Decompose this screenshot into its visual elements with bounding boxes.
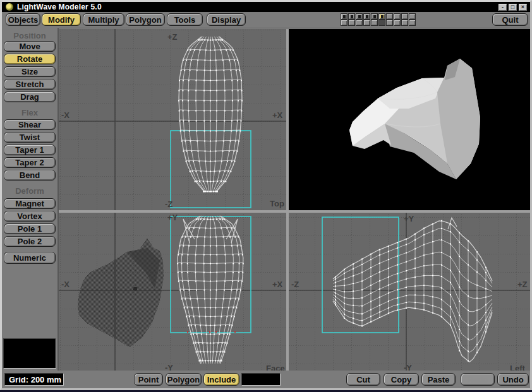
- viewport-name-label: Top: [270, 199, 284, 208]
- menu-objects[interactable]: Objects: [6, 13, 40, 26]
- axis-label-right: +X: [272, 110, 283, 120]
- grid-lines: [59, 29, 286, 210]
- surface-color-swatch[interactable]: [241, 373, 281, 386]
- layer-button-1-lower[interactable]: [341, 20, 348, 26]
- section-label-deform: Deform: [2, 186, 57, 196]
- tool-magnet[interactable]: Magnet: [4, 198, 56, 209]
- mode-include[interactable]: Include: [203, 373, 239, 386]
- layer-button-10-lower[interactable]: [409, 20, 416, 26]
- layer-button-9-lower[interactable]: [401, 20, 408, 26]
- layer-button-3-lower[interactable]: [356, 20, 363, 26]
- cut-button[interactable]: Cut: [346, 373, 380, 386]
- top-viewport-canvas: +Z -X +X -Z Top: [59, 29, 286, 210]
- tool-pole1[interactable]: Pole 1: [4, 223, 56, 234]
- mode-polygon[interactable]: Polygon: [166, 373, 202, 386]
- layer-button-1[interactable]: [341, 13, 348, 20]
- tool-stretch[interactable]: Stretch: [4, 79, 56, 90]
- layer-button-7-lower[interactable]: [386, 20, 393, 26]
- tool-preview-box: [3, 338, 56, 369]
- axis-label-bottom: -Z: [165, 199, 172, 209]
- axis-label-right: +Z: [517, 280, 528, 289]
- layer-selector[interactable]: [341, 13, 416, 27]
- title-bar: LightWave Modeler 5.0 - □ ×: [2, 2, 530, 12]
- tool-taper2[interactable]: Taper 2: [4, 157, 56, 168]
- mode-point[interactable]: Point: [134, 373, 163, 386]
- tool-shear[interactable]: Shear: [4, 119, 56, 130]
- app-icon: [6, 3, 13, 11]
- quit-button[interactable]: Quit: [492, 13, 528, 26]
- viewport-left[interactable]: +Y -Z +Z -Y Left: [289, 213, 530, 374]
- layer-button-5[interactable]: [371, 13, 378, 20]
- layer-button-3[interactable]: [356, 13, 363, 20]
- menu-display[interactable]: Display: [207, 13, 246, 26]
- undo-button[interactable]: Undo: [497, 373, 529, 386]
- axis-label-right: +X: [272, 280, 283, 289]
- layer-button-6-lower[interactable]: [378, 20, 385, 26]
- preview-canvas: [289, 29, 530, 210]
- tool-move[interactable]: Move: [4, 41, 56, 52]
- numeric-button[interactable]: Numeric: [4, 252, 56, 264]
- tool-size[interactable]: Size: [4, 66, 56, 77]
- menu-tools[interactable]: Tools: [167, 13, 203, 26]
- copy-button[interactable]: Copy: [384, 373, 419, 386]
- viewport-preview[interactable]: [289, 29, 530, 210]
- grid-lines: [289, 213, 530, 374]
- tool-drag[interactable]: Drag: [4, 92, 56, 102]
- close-button[interactable]: ×: [518, 3, 528, 11]
- axis-label-left: -X: [61, 110, 70, 120]
- layer-button-4[interactable]: [363, 13, 370, 20]
- layer-button-2[interactable]: [348, 13, 355, 20]
- axis-label-top: +Y: [167, 213, 178, 222]
- section-label-position: Position: [2, 31, 57, 40]
- left-viewport-canvas: +Y -Z +Z -Y Left: [289, 213, 530, 374]
- menu-multiply[interactable]: Multiply: [83, 13, 124, 26]
- section-label-flex: Flex: [2, 108, 57, 117]
- face-viewport-canvas: +Y -X +X -Y Face: [59, 213, 286, 374]
- layer-button-6[interactable]: [378, 13, 385, 20]
- menu-modify[interactable]: Modify: [42, 13, 81, 26]
- tool-twist[interactable]: Twist: [4, 132, 56, 143]
- layer-button-10[interactable]: [409, 13, 416, 20]
- status-bar: Grid: 200 mm Point Polygon Include Cut C…: [2, 371, 530, 388]
- menu-bar: Objects Modify Multiply Polygon Tools Di…: [2, 12, 530, 28]
- tool-taper1[interactable]: Taper 1: [4, 145, 56, 155]
- redo-button[interactable]: Redo: [461, 373, 495, 386]
- tool-sidebar: Position Move Rotate Size Stretch Drag F…: [2, 28, 59, 371]
- maximize-button[interactable]: □: [508, 3, 517, 11]
- layer-button-8-lower[interactable]: [394, 20, 401, 26]
- window-title: LightWave Modeler 5.0: [17, 3, 102, 11]
- tool-vortex[interactable]: Vortex: [4, 211, 56, 222]
- viewport-top[interactable]: +Z -X +X -Z Top: [59, 29, 286, 210]
- menu-polygon[interactable]: Polygon: [126, 13, 165, 26]
- layer-button-7[interactable]: [386, 13, 393, 20]
- axis-label-top: +Z: [167, 32, 178, 42]
- layer-button-5-lower[interactable]: [371, 20, 378, 26]
- axis-label-left: -X: [61, 280, 70, 289]
- layer-button-4-lower[interactable]: [363, 20, 370, 26]
- viewport-area: +Z -X +X -Z Top: [59, 28, 530, 374]
- paste-button[interactable]: Paste: [421, 373, 456, 386]
- layer-button-2-lower[interactable]: [348, 20, 355, 26]
- tool-bend[interactable]: Bend: [4, 170, 56, 181]
- axis-label-left: -Z: [291, 280, 299, 289]
- layer-button-9[interactable]: [401, 13, 408, 20]
- viewport-face[interactable]: +Y -X +X -Y Face: [59, 213, 286, 374]
- tool-pole2[interactable]: Pole 2: [4, 236, 56, 247]
- layer-button-8[interactable]: [394, 13, 401, 20]
- tool-rotate[interactable]: Rotate: [4, 54, 56, 64]
- axis-label-top: +Y: [404, 214, 414, 223]
- grid-size-display: Grid: 200 mm: [4, 373, 64, 386]
- app-window: LightWave Modeler 5.0 - □ × Objects Modi…: [0, 0, 532, 390]
- minimize-button[interactable]: -: [498, 3, 507, 11]
